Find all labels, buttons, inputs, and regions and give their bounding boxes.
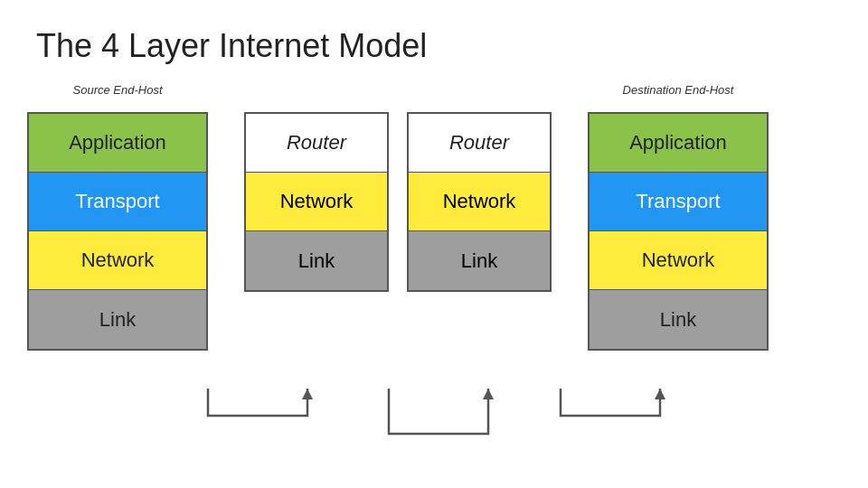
dest-transport-layer: Transport: [590, 173, 767, 231]
dest-network-layer: Network: [590, 231, 767, 290]
router2-label: Router: [409, 114, 550, 173]
dest-link-layer: Link: [590, 290, 767, 349]
dest-label: Destination End-Host: [623, 83, 734, 105]
source-transport-layer: Transport: [29, 173, 206, 231]
router1-box: Router Network Link: [244, 112, 389, 292]
router1-label: Router: [246, 114, 387, 173]
source-network-layer: Network: [29, 231, 206, 290]
svg-marker-2: [655, 389, 665, 399]
dest-app-layer: Application: [590, 114, 767, 173]
source-label: Source End-Host: [73, 83, 163, 105]
source-link-layer: Link: [29, 290, 206, 349]
page-title: The 4 Layer Internet Model: [0, 0, 868, 83]
router2-link-layer: Link: [409, 231, 550, 290]
router2-box: Router Network Link: [407, 112, 552, 292]
router2-network-layer: Network: [409, 173, 550, 231]
source-stack: Application Transport Network Link: [27, 112, 208, 351]
svg-marker-0: [302, 389, 313, 399]
router1-network-layer: Network: [246, 173, 387, 231]
source-app-layer: Application: [29, 114, 206, 173]
router1-link-layer: Link: [246, 231, 387, 290]
svg-marker-1: [483, 389, 494, 399]
dest-stack: Application Transport Network Link: [588, 112, 769, 351]
